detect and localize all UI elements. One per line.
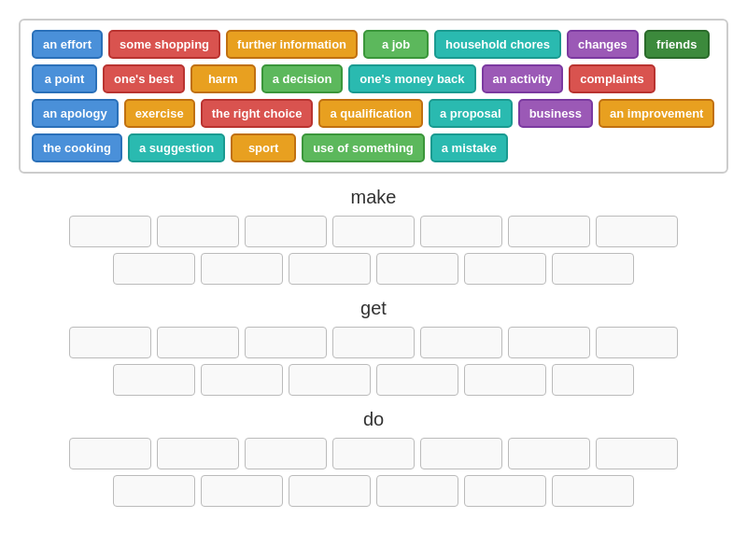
drop-box[interactable] <box>332 327 415 358</box>
word-tile[interactable]: sport <box>231 133 296 162</box>
drop-box[interactable] <box>332 216 415 247</box>
section-title-make: make <box>19 187 728 208</box>
drop-box[interactable] <box>508 438 590 469</box>
word-tile[interactable]: household chores <box>434 30 561 59</box>
drop-box[interactable] <box>420 327 502 358</box>
word-tile[interactable]: a qualification <box>318 99 422 128</box>
drop-box[interactable] <box>157 327 239 358</box>
drop-box[interactable] <box>157 438 239 469</box>
word-tile[interactable]: one's best <box>103 64 185 93</box>
section-do: do <box>19 409 728 507</box>
drop-box[interactable] <box>420 216 502 247</box>
drop-box[interactable] <box>69 216 151 247</box>
word-bank: an effortsome shoppingfurther informatio… <box>19 19 728 174</box>
word-tile[interactable]: exercise <box>124 99 195 128</box>
drop-box[interactable] <box>289 253 371 285</box>
drop-box[interactable] <box>69 438 151 469</box>
word-tile[interactable]: a proposal <box>429 99 513 128</box>
drop-box[interactable] <box>113 475 195 507</box>
drop-box[interactable] <box>464 475 546 507</box>
word-tile[interactable]: business <box>518 99 593 128</box>
drop-box[interactable] <box>508 216 590 247</box>
drop-box[interactable] <box>596 216 678 247</box>
drop-box[interactable] <box>552 364 634 396</box>
drop-box[interactable] <box>376 364 458 396</box>
drop-box[interactable] <box>157 216 239 247</box>
drop-box[interactable] <box>201 475 283 507</box>
drop-box[interactable] <box>420 438 502 469</box>
drop-box[interactable] <box>113 253 195 285</box>
word-tile[interactable]: a suggestion <box>128 133 225 162</box>
word-tile[interactable]: the cooking <box>32 133 122 162</box>
word-tile[interactable]: some shopping <box>108 30 220 59</box>
word-tile[interactable]: a decision <box>261 64 344 93</box>
drop-box[interactable] <box>289 364 371 396</box>
drop-box[interactable] <box>245 216 327 247</box>
word-tile[interactable]: complaints <box>569 64 655 93</box>
section-title-get: get <box>19 298 728 319</box>
word-tile[interactable]: changes <box>567 30 639 59</box>
word-tile[interactable]: an improvement <box>599 99 714 128</box>
word-tile[interactable]: an apology <box>32 99 119 128</box>
word-tile[interactable]: a job <box>363 30 429 59</box>
word-tile[interactable]: a point <box>32 64 97 93</box>
word-tile[interactable]: friends <box>644 30 710 59</box>
drop-box[interactable] <box>289 475 371 507</box>
drop-box[interactable] <box>508 327 590 358</box>
section-title-do: do <box>19 409 728 430</box>
drop-box[interactable] <box>113 364 195 396</box>
section-make: make <box>19 187 728 285</box>
drop-box[interactable] <box>552 253 634 285</box>
word-tile[interactable]: further information <box>226 30 358 59</box>
word-tile[interactable]: harm <box>190 64 256 93</box>
drop-box[interactable] <box>376 475 458 507</box>
word-tile[interactable]: one's money back <box>348 64 475 93</box>
section-get: get <box>19 298 728 396</box>
drop-box[interactable] <box>201 364 283 396</box>
drop-box[interactable] <box>376 253 458 285</box>
drop-box[interactable] <box>596 438 678 469</box>
word-tile[interactable]: an activity <box>482 64 564 93</box>
drop-box[interactable] <box>464 364 546 396</box>
drop-box[interactable] <box>596 327 678 358</box>
drop-box[interactable] <box>332 438 415 469</box>
drop-box[interactable] <box>201 253 283 285</box>
drop-box[interactable] <box>245 438 327 469</box>
drop-box[interactable] <box>69 327 151 358</box>
drop-box[interactable] <box>245 327 327 358</box>
drop-box[interactable] <box>552 475 634 507</box>
word-tile[interactable]: an effort <box>32 30 103 59</box>
word-tile[interactable]: use of something <box>302 133 425 162</box>
word-tile[interactable]: a mistake <box>430 133 508 162</box>
word-tile[interactable]: the right choice <box>201 99 314 128</box>
drop-box[interactable] <box>464 253 546 285</box>
